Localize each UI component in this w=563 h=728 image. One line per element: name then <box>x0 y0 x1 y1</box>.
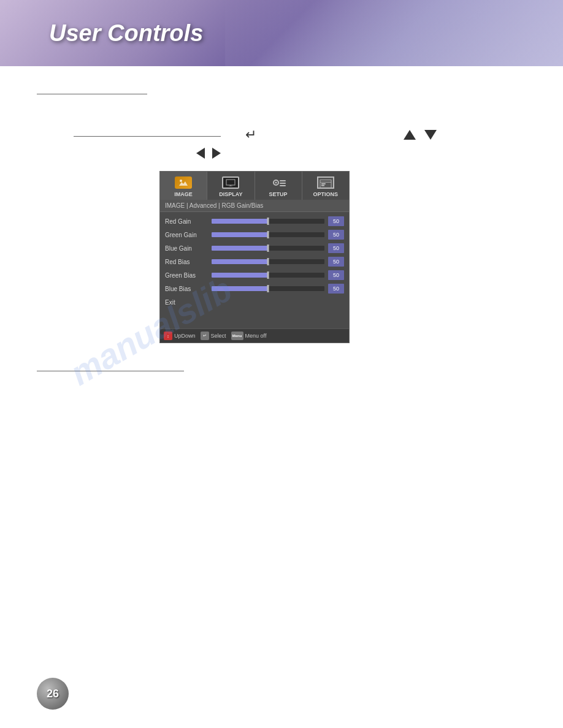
svg-rect-8 <box>280 180 286 181</box>
green-bias-slider-thumb <box>267 271 269 279</box>
green-bias-value: 50 <box>328 270 344 280</box>
setup-tab-icon <box>269 175 288 190</box>
red-gain-slider[interactable] <box>212 219 324 224</box>
right-arrow-icon[interactable] <box>212 148 221 159</box>
red-gain-slider-fill <box>212 219 268 224</box>
blue-gain-label: Blue Gain <box>165 245 208 252</box>
osd-menu-body: Red Gain 50 Green Gain 50 Blue Gain <box>160 212 349 328</box>
image-icon <box>175 176 192 189</box>
osd-breadcrumb: IMAGE | Advanced | RGB Gain/Bias <box>160 200 349 212</box>
page-title: User Controls <box>49 20 203 47</box>
menu-row-blue-gain[interactable]: Blue Gain 50 <box>160 241 349 255</box>
blue-bias-slider-fill <box>212 286 268 291</box>
main-content: ↵ IMAGE <box>0 66 563 403</box>
footer-updown-label: UpDown <box>174 333 196 339</box>
page-number-badge: 26 <box>37 678 69 710</box>
select-icon: ↵ <box>201 332 209 340</box>
footer-select: ↵ Select <box>201 332 226 340</box>
display-tab-icon <box>221 175 240 190</box>
green-gain-value: 50 <box>328 230 344 240</box>
svg-rect-10 <box>280 185 286 186</box>
up-arrow-icon[interactable] <box>404 130 416 140</box>
red-bias-slider-fill <box>212 259 268 264</box>
svg-rect-3 <box>226 180 235 185</box>
tab-display[interactable]: DISPLAY <box>207 172 255 200</box>
leftright-arrows <box>196 148 526 159</box>
green-bias-label: Green Bias <box>165 272 208 279</box>
green-bias-slider-fill <box>212 273 268 278</box>
down-arrow-icon[interactable] <box>424 130 437 140</box>
green-bias-slider[interactable] <box>212 273 324 278</box>
tab-options[interactable]: OPTIONS <box>302 172 349 200</box>
menu-row-exit[interactable]: Exit <box>160 295 349 309</box>
setup-icon <box>270 176 287 189</box>
menu-row-red-bias[interactable]: Red Bias 50 <box>160 255 349 268</box>
tab-display-label: DISPLAY <box>219 191 242 197</box>
green-gain-slider[interactable] <box>212 232 324 237</box>
footer-menu-label: Menu off <box>245 333 267 339</box>
menu-row-blue-bias[interactable]: Blue Bias 50 <box>160 282 349 295</box>
bottom-text-line <box>37 362 184 371</box>
blue-bias-slider[interactable] <box>212 286 324 291</box>
osd-footer: ↕ UpDown ↵ Select Menu Menu off <box>160 328 349 343</box>
tab-setup[interactable]: SETUP <box>255 172 302 200</box>
green-gain-label: Green Gain <box>165 232 208 238</box>
tab-setup-label: SETUP <box>269 191 288 197</box>
text-line-1 <box>37 85 147 94</box>
text-line-2 <box>74 127 221 137</box>
options-icon <box>317 176 334 189</box>
svg-rect-13 <box>321 183 326 184</box>
svg-point-2 <box>180 180 182 182</box>
blue-gain-slider[interactable] <box>212 246 324 251</box>
tab-options-label: OPTIONS <box>313 191 339 197</box>
osd-tab-bar: IMAGE DISPLAY SETUP <box>160 172 349 200</box>
updown-icon: ↕ <box>164 332 172 340</box>
red-bias-slider-thumb <box>267 258 269 265</box>
svg-rect-14 <box>321 185 324 186</box>
menu-row-green-gain[interactable]: Green Gain 50 <box>160 228 349 241</box>
menu-row-green-bias[interactable]: Green Bias 50 <box>160 268 349 282</box>
blue-bias-label: Blue Bias <box>165 286 208 292</box>
red-bias-value: 50 <box>328 257 344 267</box>
footer-select-label: Select <box>211 333 226 339</box>
blue-gain-slider-thumb <box>267 245 269 252</box>
blue-gain-value: 50 <box>328 243 344 253</box>
svg-point-7 <box>275 182 277 184</box>
red-gain-slider-thumb <box>267 218 269 225</box>
red-bias-label: Red Bias <box>165 259 208 265</box>
exit-label: Exit <box>165 299 175 306</box>
red-gain-label: Red Gain <box>165 218 208 225</box>
display-icon <box>222 176 239 189</box>
left-arrow-icon[interactable] <box>196 148 205 159</box>
footer-menu: Menu Menu off <box>231 332 267 340</box>
options-tab-icon <box>316 175 335 190</box>
red-gain-value: 50 <box>328 216 344 226</box>
tab-image[interactable]: IMAGE <box>160 172 207 200</box>
svg-rect-9 <box>280 183 286 184</box>
menu-spacer <box>160 309 349 326</box>
header-banner: User Controls <box>0 0 563 66</box>
menu-row-red-gain[interactable]: Red Gain 50 <box>160 214 349 228</box>
green-gain-slider-fill <box>212 232 268 237</box>
osd-menu: IMAGE DISPLAY SETUP <box>159 171 350 343</box>
blue-bias-value: 50 <box>328 284 344 294</box>
enter-icon: ↵ <box>245 127 256 143</box>
svg-marker-1 <box>179 181 188 186</box>
tab-image-label: IMAGE <box>174 191 193 197</box>
green-gain-slider-thumb <box>267 231 269 238</box>
menu-icon: Menu <box>231 332 243 340</box>
blue-gain-slider-fill <box>212 246 268 251</box>
footer-updown: ↕ UpDown <box>164 332 196 340</box>
blue-bias-slider-thumb <box>267 285 269 292</box>
image-tab-icon <box>174 175 193 190</box>
red-bias-slider[interactable] <box>212 259 324 264</box>
